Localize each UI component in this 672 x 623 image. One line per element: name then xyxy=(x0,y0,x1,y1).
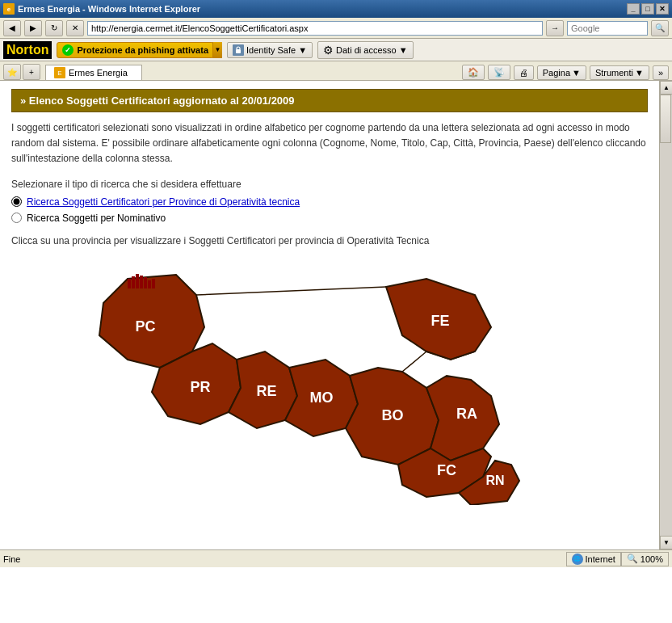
svg-rect-2 xyxy=(132,276,135,288)
dati-icon: ⚙ xyxy=(323,44,334,57)
address-bar: ◀ ▶ ↻ ✕ → 🔍 xyxy=(0,18,672,39)
scroll-thumb[interactable] xyxy=(660,95,671,143)
window-title: Ermes Energia - Windows Internet Explore… xyxy=(18,4,200,14)
svg-rect-1 xyxy=(128,279,131,288)
identity-safe-button[interactable]: Identity Safe ▼ xyxy=(227,42,313,58)
svg-rect-6 xyxy=(148,280,151,288)
zone-text: Internet xyxy=(586,554,615,564)
forward-button[interactable]: ▶ xyxy=(24,20,42,36)
phishing-dropdown[interactable]: ▼ xyxy=(212,42,222,58)
pagina-dropdown: ▼ xyxy=(572,68,581,78)
minimize-button[interactable]: _ xyxy=(627,3,640,15)
back-button[interactable]: ◀ xyxy=(3,20,21,36)
phishing-icon: ✓ xyxy=(62,44,74,56)
ie-icon: e xyxy=(3,3,15,15)
browser-content-wrap: Elenco Soggetti Certificatori aggiornato… xyxy=(0,81,672,549)
map-container: PC PR RE MO BO FE RA xyxy=(79,255,580,505)
page-title: Elenco Soggetti Certificatori aggiornato… xyxy=(29,95,295,107)
page-header: Elenco Soggetti Certificatori aggiornato… xyxy=(11,89,648,112)
go-button[interactable]: → xyxy=(546,20,564,36)
scroll-down-button[interactable]: ▼ xyxy=(660,536,672,549)
identity-dropdown-icon: ▼ xyxy=(298,45,307,55)
tab-bar: ⭐ + E Ermes Energia 🏠 📡 🖨 Pagina ▼ Strum… xyxy=(0,61,672,81)
province-label-pc: PC xyxy=(135,318,155,335)
dati-dropdown-icon: ▼ xyxy=(399,45,408,55)
radio-option-2: Ricerca Soggetti per Nominativo xyxy=(11,213,648,224)
scroll-track xyxy=(660,95,672,536)
zoom-label: 🔍 xyxy=(627,554,638,564)
address-input[interactable] xyxy=(87,21,543,36)
rss-button[interactable]: 📡 xyxy=(488,65,510,80)
pagina-button[interactable]: Pagina ▼ xyxy=(537,65,586,80)
description: I soggetti certificatori selezionati son… xyxy=(11,120,648,167)
status-zoom-panel: 🔍 100% xyxy=(621,552,669,566)
search-input[interactable] xyxy=(567,21,648,36)
radio-label-1[interactable]: Ricerca Soggetti Certificatori per Provi… xyxy=(27,196,300,208)
status-bar: Fine 🌐 Internet 🔍 100% xyxy=(0,549,672,567)
tab-favicon: E xyxy=(54,67,65,78)
province-label-pr: PR xyxy=(190,379,210,395)
radio-input-1[interactable] xyxy=(11,196,22,207)
dati-accesso-button[interactable]: ⚙ Dati di accesso ▼ xyxy=(317,41,413,59)
strumenti-label: Strumenti xyxy=(595,68,633,78)
close-button[interactable]: ✕ xyxy=(656,3,669,15)
phishing-label: Protezione da phishing attivata xyxy=(77,45,208,55)
strumenti-button[interactable]: Strumenti ▼ xyxy=(590,65,649,80)
map-svg: PC PR RE MO BO FE RA xyxy=(79,255,580,505)
province-label-bo: BO xyxy=(382,407,404,423)
zoom-text: 100% xyxy=(640,554,663,564)
svg-rect-5 xyxy=(144,277,147,288)
norton-logo: Norton xyxy=(3,41,52,59)
print-button[interactable]: 🖨 xyxy=(514,65,534,80)
radio-option-1: Ricerca Soggetti Certificatori per Provi… xyxy=(11,196,648,208)
search-type-text: Selezionare il tipo di ricerca che si de… xyxy=(11,179,242,190)
search-button[interactable]: 🔍 xyxy=(651,20,669,36)
refresh-button[interactable]: ↻ xyxy=(45,20,63,36)
click-instruction-text: Clicca su una provincia per visualizzare… xyxy=(11,235,429,246)
province-label-mo: MO xyxy=(310,389,334,406)
search-type-label: Selezionare il tipo di ricerca che si de… xyxy=(11,179,648,190)
title-bar: e Ermes Energia - Windows Internet Explo… xyxy=(0,0,672,18)
tab-ermes-energia[interactable]: E Ermes Energia xyxy=(45,65,142,80)
home-button[interactable]: 🏠 xyxy=(462,65,485,80)
identity-icon xyxy=(233,44,244,56)
svg-rect-7 xyxy=(152,279,155,288)
svg-rect-3 xyxy=(136,274,139,288)
norton-logo-text: Norton xyxy=(6,43,48,57)
status-text: Fine xyxy=(3,554,560,564)
radio-label-2: Ricerca Soggetti per Nominativo xyxy=(27,213,166,224)
stop-button[interactable]: ✕ xyxy=(66,20,84,36)
svg-rect-0 xyxy=(236,49,241,53)
radio-input-2[interactable] xyxy=(11,213,22,223)
main-content: Elenco Soggetti Certificatori aggiornato… xyxy=(0,81,659,549)
dati-accesso-label: Dati di accesso xyxy=(336,45,397,55)
scroll-up-button[interactable]: ▲ xyxy=(660,81,672,95)
tab-label: Ermes Energia xyxy=(69,68,128,78)
extend-button[interactable]: » xyxy=(653,65,669,80)
tab-add-button[interactable]: + xyxy=(23,64,40,80)
strumenti-dropdown: ▼ xyxy=(635,68,644,78)
province-label-ra: RA xyxy=(456,406,477,422)
phishing-button[interactable]: ✓ Protezione da phishing attivata xyxy=(57,42,214,58)
identity-safe-label: Identity Safe xyxy=(246,45,296,55)
vertical-scrollbar: ▲ ▼ xyxy=(659,81,672,549)
province-label-re: RE xyxy=(256,383,276,399)
svg-rect-4 xyxy=(140,276,143,288)
status-zone-panel: 🌐 Internet xyxy=(566,552,621,566)
description-text: I soggetti certificatori selezionati son… xyxy=(11,122,646,164)
province-label-fc: FC xyxy=(437,462,456,478)
maximize-button[interactable]: □ xyxy=(641,3,654,15)
province-label-rn: RN xyxy=(485,474,504,487)
tab-star-button[interactable]: ⭐ xyxy=(3,64,21,80)
click-instruction: Clicca su una provincia per visualizzare… xyxy=(11,235,648,246)
internet-icon: 🌐 xyxy=(572,554,583,565)
pagina-label: Pagina xyxy=(543,68,570,78)
norton-toolbar: Norton ✓ Protezione da phishing attivata… xyxy=(0,39,672,61)
province-label-fe: FE xyxy=(430,313,449,329)
